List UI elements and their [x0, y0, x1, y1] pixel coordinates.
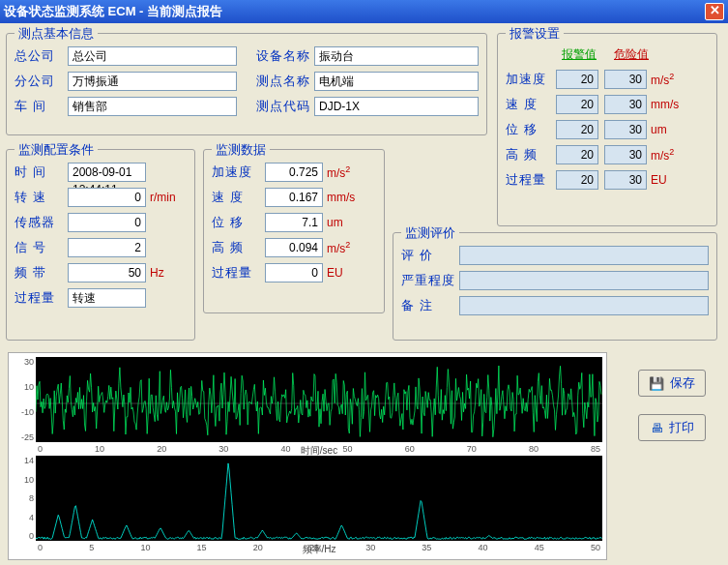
hdr-danger: 危险值	[608, 46, 655, 63]
save-icon: 💾	[649, 376, 664, 391]
alarm-unit-0: m/s2	[651, 72, 674, 87]
measure-val-3[interactable]: 0.094	[265, 238, 323, 257]
config-lbl-3: 信 号	[15, 239, 68, 256]
measure-lbl-1: 速 度	[212, 189, 265, 206]
lbl-bz: 备 注	[401, 297, 459, 314]
field-che[interactable]: 销售部	[68, 97, 237, 116]
group-basic-legend: 测点基本信息	[15, 25, 98, 43]
config-val-2[interactable]: 0	[68, 213, 146, 232]
field-zong[interactable]: 总公司	[68, 46, 237, 66]
lbl-pj: 评 价	[401, 247, 459, 264]
title-bar: 设备状态监测系统 ECM - 当前测点报告 ✕	[0, 0, 728, 23]
field-fen[interactable]: 万博振通	[68, 72, 237, 91]
measure-unit-1: mm/s	[327, 191, 355, 204]
lbl-sbmc: 设备名称	[256, 47, 314, 65]
lbl-cdmc: 测点名称	[256, 73, 314, 90]
print-icon: 🖶	[651, 421, 663, 435]
field-yz[interactable]	[459, 271, 709, 290]
field-cddm[interactable]: DJD-1X	[314, 97, 479, 116]
group-alarm-legend: 报警设置	[506, 25, 564, 43]
button-panel: 💾 保存 🖶 打印	[638, 370, 706, 441]
measure-val-0[interactable]: 0.725	[265, 163, 323, 182]
field-cdmc[interactable]: 电机端	[314, 72, 479, 91]
config-val-4[interactable]: 50	[68, 263, 146, 282]
measure-lbl-2: 位 移	[212, 214, 265, 231]
group-basic-info: 测点基本信息 总公司总公司 分公司万博振通 车 间销售部 设备名称振动台 测点名…	[6, 33, 487, 135]
danger-val-1[interactable]: 30	[604, 95, 647, 114]
spectrum-chart: 1410840 05101520253035404550	[36, 456, 602, 541]
lbl-cddm: 测点代码	[256, 98, 314, 115]
group-measure-legend: 监测数据	[212, 141, 270, 159]
danger-val-2[interactable]: 30	[604, 120, 647, 139]
chart2-xlabel: 频率/Hz	[303, 543, 336, 556]
measure-val-2[interactable]: 7.1	[265, 213, 323, 232]
config-lbl-0: 时 间	[15, 164, 68, 181]
measure-unit-2: um	[327, 216, 343, 229]
group-measure: 监测数据 加速度 0.725 m/s2速 度 0.167 mm/s位 移 7.1…	[203, 149, 385, 313]
lbl-zong: 总公司	[15, 47, 68, 65]
print-button[interactable]: 🖶 打印	[638, 414, 706, 441]
hdr-alarm: 报警值	[556, 46, 602, 63]
group-config-legend: 监测配置条件	[15, 141, 98, 159]
group-eval-legend: 监测评价	[401, 224, 459, 242]
config-val-3[interactable]: 2	[68, 238, 146, 257]
alarm-lbl-0: 加速度	[506, 71, 556, 88]
field-pj[interactable]	[459, 246, 709, 265]
config-lbl-4: 频 带	[15, 264, 68, 282]
alarm-unit-2: um	[651, 123, 667, 136]
danger-val-3[interactable]: 30	[604, 145, 647, 164]
alarm-lbl-2: 位 移	[506, 121, 556, 138]
config-lbl-2: 传感器	[15, 214, 68, 231]
measure-unit-3: m/s2	[327, 240, 350, 255]
danger-val-4[interactable]: 30	[604, 170, 647, 190]
chart-panel: 3010-10-25 0102030405060708085 时间/sec 14…	[8, 352, 607, 560]
measure-unit-0: m/s2	[327, 164, 350, 180]
alarm-val-1[interactable]: 20	[556, 95, 598, 114]
config-lbl-5: 过程量	[15, 289, 68, 307]
alarm-unit-1: mm/s	[651, 98, 679, 111]
print-label: 打印	[669, 419, 694, 436]
save-button[interactable]: 💾 保存	[638, 370, 706, 397]
config-val-5[interactable]: 转速	[68, 288, 146, 308]
field-sbmc[interactable]: 振动台	[314, 46, 479, 66]
group-config: 监测配置条件 时 间 2008-09-01 12:44:11 转 速 0 r/m…	[6, 149, 195, 341]
danger-val-0[interactable]: 30	[604, 70, 647, 89]
alarm-val-0[interactable]: 20	[556, 70, 598, 89]
alarm-val-2[interactable]: 20	[556, 120, 598, 139]
measure-unit-4: EU	[327, 266, 343, 280]
config-val-1[interactable]: 0	[68, 188, 146, 207]
save-label: 保存	[670, 374, 695, 392]
time-waveform-chart: 3010-10-25 0102030405060708085	[36, 357, 602, 442]
measure-val-4[interactable]: 0	[265, 263, 323, 282]
alarm-lbl-4: 过程量	[506, 171, 556, 189]
lbl-yz: 严重程度	[401, 272, 459, 289]
lbl-fen: 分公司	[15, 73, 68, 90]
close-button[interactable]: ✕	[705, 3, 724, 20]
config-lbl-1: 转 速	[15, 189, 68, 206]
config-unit-1: r/min	[150, 191, 187, 204]
alarm-lbl-3: 高 频	[506, 146, 556, 164]
alarm-unit-3: m/s2	[651, 147, 674, 163]
group-eval: 监测评价 评 价 严重程度 备 注	[393, 232, 717, 341]
measure-val-1[interactable]: 0.167	[265, 188, 323, 207]
field-bz[interactable]	[459, 296, 709, 315]
group-alarm: 报警设置 报警值 危险值 加速度 20 30 m/s2速 度 20 30 mm/…	[497, 33, 717, 226]
measure-lbl-0: 加速度	[212, 164, 265, 181]
alarm-unit-4: EU	[651, 173, 667, 187]
alarm-val-3[interactable]: 20	[556, 145, 598, 164]
measure-lbl-4: 过程量	[212, 264, 265, 282]
alarm-lbl-1: 速 度	[506, 96, 556, 113]
config-val-0[interactable]: 2008-09-01 12:44:11	[68, 163, 146, 182]
config-unit-4: Hz	[150, 266, 187, 280]
alarm-val-4[interactable]: 20	[556, 170, 598, 190]
measure-lbl-3: 高 频	[212, 239, 265, 256]
lbl-che: 车 间	[15, 98, 68, 115]
window-title: 设备状态监测系统 ECM - 当前测点报告	[4, 3, 705, 20]
